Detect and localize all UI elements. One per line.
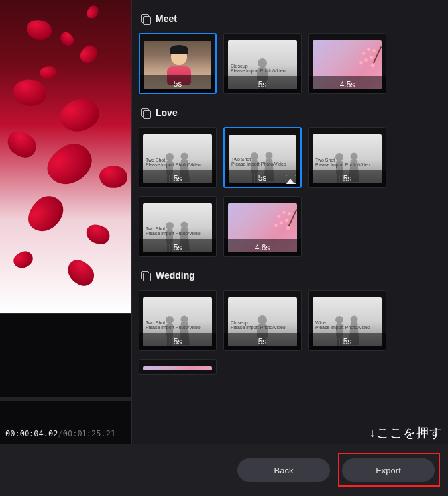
section: Meet5sCloseupPlease import Photo/Video5s… [139,13,441,94]
clip-meta: Two ShotPlease import Photo/Video [231,157,286,167]
section-title: Meet [156,13,177,24]
clip-duration: 5s [174,337,182,346]
preview-video[interactable] [0,0,131,313]
clip-meta: Two ShotPlease import Photo/Video [146,321,201,330]
clip-thumbnail[interactable]: Two ShotPlease import Photo/Video5s [139,290,217,351]
image-icon [286,175,296,184]
clip-thumbnail[interactable]: WidePlease import Photo/Video5s [308,290,386,351]
section: WeddingTwo ShotPlease import Photo/Video… [139,270,441,375]
clip-duration: 5s [258,80,267,89]
clip-thumbnail[interactable]: Two ShotPlease import Photo/Video5s [308,127,386,188]
timeline[interactable]: 00:00:04.02/00:01:25.21 [0,313,131,444]
preview-panel: 00:00:04.02/00:01:25.21 [0,0,131,444]
clip-thumbnail[interactable]: CloseupPlease import Photo/Video5s [223,33,302,94]
footer: Back Export [0,444,448,496]
back-button[interactable]: Back [237,458,330,482]
clip-duration: 5s [174,174,182,183]
clip-meta: CloseupPlease import Photo/Video [231,321,286,330]
clip-duration: 4.6s [255,243,270,252]
clip-duration: 5s [343,174,352,183]
clip-thumbnail[interactable]: 4.6s [223,196,302,257]
section-icon [141,108,150,117]
annotation-text: ↓ここを押す [370,424,443,442]
export-button[interactable]: Export [342,458,435,482]
clip-thumbnail[interactable]: Two ShotPlease import Photo/Video5s [139,127,217,188]
clip-thumbnail[interactable]: 4.5s [308,33,386,94]
clip-thumbnail[interactable]: 5s [139,33,217,94]
section-title: Wedding [156,270,195,281]
timecode-current: 00:00:04.02 [5,429,58,438]
clip-duration: 5s [174,79,182,89]
clip-thumbnail[interactable]: Two ShotPlease import Photo/Video5s [223,127,302,188]
clip-duration: 5s [258,337,267,346]
clip-duration: 4.5s [340,80,355,89]
clip-duration: 5s [258,174,267,183]
section: LoveTwo ShotPlease import Photo/Video5sT… [139,107,441,257]
clip-library: Meet5sCloseupPlease import Photo/Video5s… [131,0,448,444]
timecode: 00:00:04.02/00:01:25.21 [5,429,115,438]
clip-thumbnail[interactable]: CloseupPlease import Photo/Video5s [223,290,302,351]
clip-thumbnail[interactable] [139,359,217,375]
clip-duration: 5s [174,243,182,252]
section-title: Love [156,107,178,118]
clip-meta: Two ShotPlease import Photo/Video [315,158,370,168]
timecode-total: 00:01:25.21 [63,429,115,438]
clip-thumbnail[interactable]: Two ShotPlease import Photo/Video5s [139,196,217,257]
clip-duration: 5s [343,337,352,346]
section-icon [141,14,150,23]
clip-meta: Two ShotPlease import Photo/Video [146,158,201,168]
section-icon [141,271,150,280]
clip-meta: Two ShotPlease import Photo/Video [146,226,201,236]
clip-meta: CloseupPlease import Photo/Video [231,64,286,74]
clip-meta: WidePlease import Photo/Video [315,321,370,330]
